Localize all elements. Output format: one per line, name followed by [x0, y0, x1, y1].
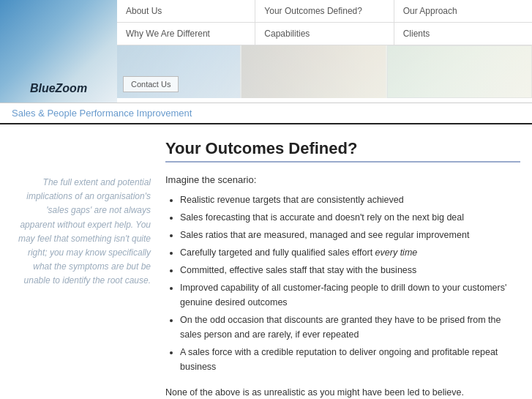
sidebar-text: The full extent and potential implicatio… — [12, 139, 151, 399]
content-area: Your Outcomes Defined? Imagine the scena… — [165, 139, 520, 399]
nav-area: About Us Your Outcomes Defined? Our Appr… — [117, 0, 532, 102]
title-underline — [165, 161, 520, 163]
nav-about-us[interactable]: About Us — [117, 0, 255, 22]
logo: BlueZoom — [30, 82, 87, 95]
list-item: Improved capability of all customer-faci… — [180, 280, 520, 310]
nav-capabilities[interactable]: Capabilities — [255, 23, 394, 45]
contact-button[interactable]: Contact Us — [123, 76, 179, 92]
list-item: Sales forecasting that is accurate and d… — [180, 210, 520, 225]
list-item: Sales ratios that are measured, managed … — [180, 228, 520, 242]
nav-top: About Us Your Outcomes Defined? Our Appr… — [117, 0, 532, 23]
list-item: Carefully targeted and fully qualified s… — [180, 245, 520, 260]
hero-image-2 — [241, 45, 386, 98]
tagline-text: Sales & People Performance Improvement — [12, 108, 192, 119]
list-item: Realistic revenue targets that are consi… — [180, 193, 520, 207]
nav-why-different[interactable]: Why We Are Different — [117, 23, 255, 45]
nav-bottom: Why We Are Different Capabilities Client… — [117, 23, 532, 45]
list-item: On the odd occasion that discounts are g… — [180, 313, 520, 342]
bullet-list: Realistic revenue targets that are consi… — [165, 193, 520, 374]
hero-image-3 — [387, 45, 532, 98]
main-content: The full extent and potential implicatio… — [0, 124, 532, 399]
logo-area: BlueZoom — [0, 0, 117, 102]
hero-area: Contact Us — [117, 45, 532, 98]
hero-images — [117, 45, 532, 98]
nav-our-approach[interactable]: Our Approach — [394, 0, 532, 22]
nav-clients[interactable]: Clients — [394, 23, 532, 45]
list-item: Committed, effective sales staff that st… — [180, 263, 520, 277]
nav-your-outcomes[interactable]: Your Outcomes Defined? — [255, 0, 394, 22]
tagline-bar: Sales & People Performance Improvement — [0, 103, 532, 124]
page-title: Your Outcomes Defined? — [165, 139, 520, 158]
scenario-label: Imagine the scenario: — [165, 174, 520, 185]
list-item: A sales force with a credible reputation… — [180, 345, 520, 374]
footer-text: None of the above is as unrealistic as y… — [165, 386, 520, 399]
header: BlueZoom About Us Your Outcomes Defined?… — [0, 0, 532, 103]
